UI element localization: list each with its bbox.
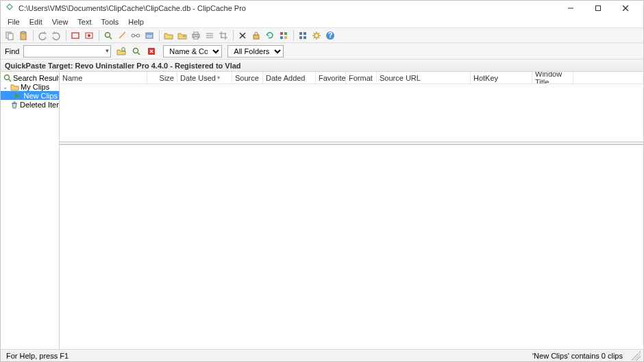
column-header[interactable]: Size	[147, 72, 177, 83]
find-input[interactable]	[23, 45, 111, 57]
menu-tools[interactable]: Tools	[97, 16, 123, 27]
column-header[interactable]: Date Added	[263, 72, 316, 83]
column-label: Favorite	[319, 74, 346, 82]
record-stop-icon[interactable]	[83, 29, 95, 42]
lock-icon[interactable]	[250, 29, 262, 42]
separator	[98, 30, 99, 41]
quickpaste-text: QuickPaste Target: Revo Uninstaller Pro …	[5, 62, 241, 70]
help-icon[interactable]: ?	[324, 29, 336, 42]
folder-move-icon[interactable]	[176, 29, 188, 42]
svg-rect-34	[280, 36, 283, 39]
refresh-icon[interactable]	[264, 29, 276, 42]
maximize-button[interactable]	[584, 1, 612, 16]
column-header[interactable]: Source	[232, 72, 263, 83]
separator	[65, 30, 66, 41]
svg-text:?: ?	[328, 31, 333, 39]
column-label: Name	[62, 74, 82, 82]
quickpaste-bar: QuickPaste Target: Revo Uninstaller Pro …	[1, 60, 643, 72]
titlebar: C:\Users\VMS\Documents\ClipCache\ClipCac…	[1, 1, 643, 16]
tree-item[interactable]: ⌄My Clips	[1, 82, 59, 91]
menu-edit[interactable]: Edit	[25, 16, 47, 27]
svg-line-46	[319, 37, 319, 38]
column-header[interactable]: Name	[60, 72, 147, 83]
separator	[293, 30, 294, 41]
list-icon[interactable]	[203, 29, 216, 42]
gear-icon[interactable]	[310, 29, 323, 42]
separator	[232, 30, 234, 41]
folder-add-icon[interactable]	[162, 29, 175, 42]
separator	[32, 30, 34, 41]
undo-icon[interactable]	[36, 29, 49, 42]
tree-item[interactable]: Search Results	[1, 73, 59, 82]
record-icon[interactable]	[69, 29, 82, 42]
svg-rect-33	[284, 32, 287, 35]
column-header[interactable]: Favorite	[316, 72, 346, 83]
column-header[interactable]: HotKey	[471, 72, 532, 83]
find-icon[interactable]	[102, 29, 114, 42]
tree-item-label: New Clips	[23, 92, 58, 100]
menu-text[interactable]: Text	[73, 16, 95, 27]
statusbar: For Help, press F1 'New Clips' contains …	[1, 349, 643, 361]
column-label: HotKey	[473, 74, 498, 82]
print-icon[interactable]	[190, 29, 202, 42]
svg-rect-35	[284, 36, 287, 39]
crop-icon[interactable]	[217, 29, 230, 42]
tree-item[interactable]: Deleted Items	[1, 100, 59, 109]
search-clear-icon[interactable]	[145, 45, 158, 57]
svg-point-60	[15, 93, 16, 94]
tree-item-label: My Clips	[21, 83, 49, 91]
search-icon	[3, 73, 12, 82]
column-label: Window Title	[535, 72, 570, 83]
tree-item[interactable]: New Clips	[1, 91, 59, 100]
close-button[interactable]	[612, 1, 639, 16]
tree-view[interactable]: Search Results⌄My ClipsNew ClipsDeleted …	[1, 72, 60, 349]
search-again-icon[interactable]	[130, 45, 143, 57]
preview-pane[interactable]	[60, 144, 643, 349]
scope-select[interactable]: Name & Content	[163, 45, 222, 57]
folder-icon	[10, 82, 19, 91]
window-icon[interactable]	[143, 29, 156, 42]
search-go-icon[interactable]	[115, 45, 127, 57]
redo-icon[interactable]	[50, 29, 62, 42]
svg-rect-37	[304, 32, 306, 35]
list-header[interactable]: NameSizeDate Used▾SourceDate AddedFavori…	[60, 72, 643, 84]
grid-icon[interactable]	[297, 29, 309, 42]
copy-icon[interactable]	[3, 29, 16, 42]
menu-help[interactable]: Help	[124, 16, 148, 27]
column-label: Date Used	[180, 74, 216, 82]
paste-icon[interactable]	[17, 29, 29, 42]
menu-file[interactable]: File	[3, 16, 24, 27]
column-header[interactable]: Date Used▾	[177, 72, 232, 83]
list-view[interactable]: NameSizeDate Used▾SourceDate AddedFavori…	[60, 72, 643, 142]
window-title: C:\Users\VMS\Documents\ClipCache\ClipCac…	[18, 4, 557, 12]
column-label: Format	[349, 74, 373, 82]
menu-view[interactable]: View	[48, 16, 73, 27]
svg-rect-31	[253, 35, 259, 39]
svg-point-40	[314, 34, 319, 38]
column-header[interactable]: Format	[346, 72, 377, 83]
folder-select[interactable]: All Folders	[227, 45, 284, 57]
target-icon[interactable]	[277, 29, 290, 42]
column-header[interactable]: Source URL	[377, 72, 471, 83]
findbar: Find ▼ Name & Content All Folders	[1, 43, 643, 60]
column-label: Size	[160, 74, 174, 82]
arrow-icon	[14, 91, 22, 100]
resize-grip[interactable]	[631, 351, 641, 361]
wand-icon[interactable]	[116, 29, 128, 42]
svg-rect-21	[194, 37, 198, 39]
link-icon[interactable]	[129, 29, 142, 42]
svg-rect-39	[304, 36, 306, 39]
column-header[interactable]: Window Title	[532, 72, 573, 83]
svg-line-12	[110, 37, 112, 39]
tree-item-label: Search Results	[13, 74, 60, 82]
sort-icon: ▾	[217, 75, 220, 81]
expand-icon[interactable]: ⌄	[2, 83, 9, 90]
minimize-button[interactable]	[557, 1, 584, 16]
svg-rect-1	[596, 6, 601, 11]
svg-line-47	[314, 37, 314, 38]
delete-icon[interactable]	[236, 29, 249, 42]
trash-icon	[10, 100, 18, 109]
svg-point-53	[134, 48, 138, 53]
svg-rect-32	[280, 32, 283, 35]
list-body[interactable]	[60, 84, 643, 142]
